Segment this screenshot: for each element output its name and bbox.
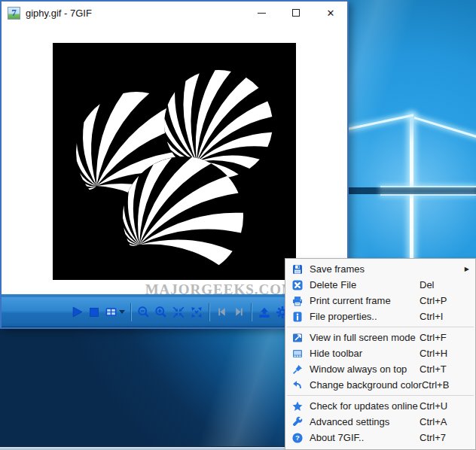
zoom-out-icon [137,306,150,318]
save-icon [285,263,310,275]
toolbar-icon [285,348,310,360]
open-file-button[interactable] [255,302,273,323]
printer-icon [285,295,310,307]
info-icon [285,311,310,323]
delete-icon [285,279,310,291]
toolbar-separator [251,303,252,321]
toolbar-separator [130,303,132,321]
menu-separator [287,395,474,396]
app-icon: 7 [8,7,20,20]
menu-item-hide-toolbar[interactable]: Hide toolbar Ctrl+H [285,345,475,361]
windows-logo-glow-top [380,186,476,187]
expand-arrows-icon [190,306,203,319]
menu-item-delete-file[interactable]: Delete File Del [285,277,475,293]
menu-separator [287,327,474,327]
menu-item-change-background-color[interactable]: Change background color Ctrl+B [285,377,475,393]
windows-logo-horizontal-band [349,187,476,194]
context-menu: Save frames ▶ Delete File Del Print curr… [285,258,476,450]
open-folder-icon [258,306,271,319]
menu-item-full-screen[interactable]: View in full screen mode Ctrl+F [285,330,475,345]
menu-item-file-properties[interactable]: File properties.. Ctrl+I [285,309,475,324]
play-button[interactable] [69,302,86,323]
maximize-button[interactable] [288,5,304,21]
contract-arrows-icon [172,306,185,319]
previous-frame-button[interactable] [213,302,230,323]
dropdown-arrow-icon [119,310,125,314]
svg-text:?: ? [295,433,300,442]
zoom-in-button[interactable] [152,302,169,323]
submenu-arrow-icon: ▶ [465,266,469,272]
menu-item-advanced-settings[interactable]: Advanced settings Ctrl+A [285,414,475,430]
fullscreen-icon [285,332,310,344]
minimize-icon [258,13,266,14]
titlebar[interactable]: 7 giphy.gif - 7GIF ✕ [2,2,347,24]
next-frame-icon [233,306,246,318]
play-icon [71,306,84,318]
menu-item-check-for-updates[interactable]: Check for updates online Ctrl+U [285,398,475,414]
next-frame-button[interactable] [230,302,248,323]
stop-button[interactable] [86,302,102,323]
star-icon [285,400,310,412]
gif-image [53,43,296,280]
save-frames-button[interactable] [102,302,127,323]
menu-item-always-on-top[interactable]: Window always on top Ctrl+T [285,361,475,377]
previous-frame-icon [215,306,228,318]
fit-to-window-button[interactable] [169,302,188,323]
zoom-in-icon [154,306,167,318]
window-title: giphy.gif - 7GIF [26,8,254,19]
close-icon: ✕ [327,8,335,19]
pin-icon [285,363,310,376]
watermark-text: MAJORGEEKS.COM [53,281,296,294]
client-area: MAJORGEEKS.COM [2,24,347,294]
menu-item-save-frames[interactable]: Save frames ▶ [285,261,475,277]
wrench-icon [285,416,310,428]
stop-icon [88,306,100,318]
menu-item-about[interactable]: ? About 7GIF.. Ctrl+7 [285,430,475,445]
minimize-button[interactable] [254,5,269,21]
app-icon-glyph: 7 [11,8,17,17]
menu-item-print-current-frame[interactable]: Print current frame Ctrl+P [285,293,475,309]
windows-logo-glow-bottom [380,194,476,196]
toolbar-separator [209,303,210,321]
actual-size-button[interactable] [188,302,206,323]
help-icon: ? [285,432,310,444]
film-icon [105,306,117,318]
maximize-icon [292,9,300,17]
zoom-out-button[interactable] [135,302,152,323]
close-button[interactable]: ✕ [323,5,338,21]
color-swoosh-icon [285,379,310,391]
